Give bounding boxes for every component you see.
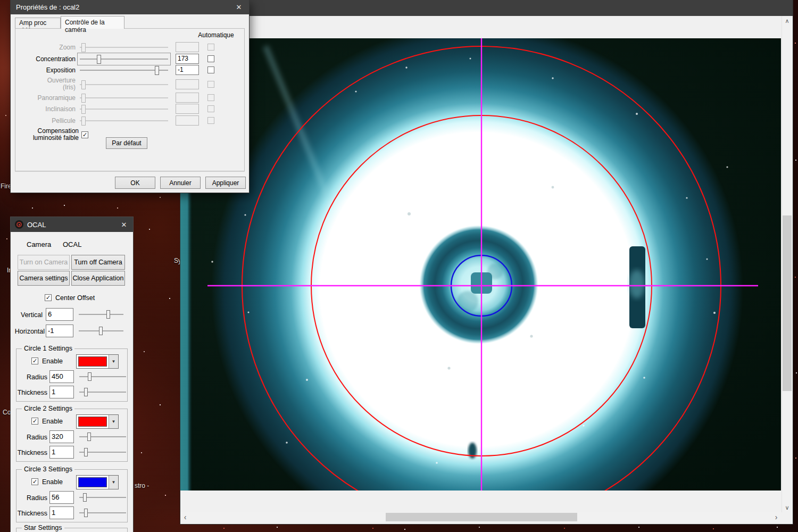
star bbox=[144, 351, 145, 352]
vertical-offset-slider[interactable] bbox=[79, 308, 123, 321]
group-title: Circle 2 Settings bbox=[22, 405, 74, 412]
vertical-scroll-thumb[interactable] bbox=[783, 215, 792, 391]
slider-thumb[interactable] bbox=[81, 43, 86, 52]
scroll-right-icon[interactable]: › bbox=[771, 512, 781, 522]
slider-thumb[interactable] bbox=[83, 493, 87, 502]
exposition-value-field[interactable]: -1 bbox=[176, 65, 199, 75]
inclinaison-slider[interactable] bbox=[80, 104, 168, 114]
slider-thumb[interactable] bbox=[84, 388, 88, 396]
circle-2-radius-slider[interactable] bbox=[79, 430, 126, 443]
circle-1-thickness-slider[interactable] bbox=[79, 386, 126, 398]
circle-2-thickness-field[interactable]: 1 bbox=[49, 446, 74, 459]
circle-3-enable-checkbox[interactable]: ✓ bbox=[31, 478, 38, 485]
scroll-left-icon[interactable]: ‹ bbox=[180, 512, 190, 522]
compensation-checkbox[interactable]: ✓ bbox=[81, 131, 88, 138]
panoramique-auto-checkbox[interactable] bbox=[207, 94, 214, 101]
chevron-down-icon[interactable]: ▼ bbox=[109, 415, 118, 428]
exposition-auto-checkbox[interactable] bbox=[207, 66, 214, 73]
ouverture-value-field[interactable] bbox=[176, 79, 199, 89]
prop-label: Zoom bbox=[11, 44, 76, 51]
color-swatch bbox=[78, 356, 107, 367]
zoom-value-field[interactable] bbox=[176, 42, 199, 52]
desktop-label: stro - bbox=[135, 482, 149, 489]
checkmark-icon: ✓ bbox=[32, 478, 37, 485]
zoom-slider[interactable] bbox=[80, 42, 168, 53]
circle-2-radius-field[interactable]: 320 bbox=[49, 430, 74, 443]
horizontal-scroll-thumb[interactable] bbox=[386, 513, 577, 521]
slider-thumb[interactable] bbox=[106, 310, 110, 319]
inclinaison-auto-checkbox[interactable] bbox=[207, 105, 214, 112]
circle-2-thickness-slider[interactable] bbox=[79, 446, 126, 459]
slider-thumb[interactable] bbox=[84, 509, 88, 517]
group-title: Circle 3 Settings bbox=[22, 466, 74, 473]
circle-3-thickness-slider[interactable] bbox=[79, 506, 126, 519]
tab-amp-proc-video[interactable]: Amp proc vidéo bbox=[15, 18, 61, 29]
dialog-separator bbox=[15, 171, 245, 172]
menu-ocal[interactable]: OCAL bbox=[63, 240, 81, 248]
circle-1-enable-checkbox[interactable]: ✓ bbox=[31, 358, 38, 364]
circle-1-thickness-field[interactable]: 1 bbox=[49, 386, 74, 398]
circle-2-color-dropdown[interactable]: ▼ bbox=[76, 414, 119, 429]
exposition-slider[interactable] bbox=[80, 65, 168, 76]
circle-1-radius-field[interactable]: 450 bbox=[49, 370, 74, 383]
star bbox=[479, 527, 480, 528]
slider-thumb[interactable] bbox=[81, 80, 86, 89]
ok-button[interactable]: OK bbox=[115, 177, 155, 189]
default-button[interactable]: Par défaut bbox=[106, 137, 147, 149]
star bbox=[795, 277, 796, 278]
slider-thumb[interactable] bbox=[97, 55, 101, 64]
slider-thumb[interactable] bbox=[81, 105, 86, 114]
inclinaison-value-field[interactable] bbox=[176, 104, 199, 114]
horizontal-scrollbar[interactable]: ‹ › bbox=[180, 512, 781, 522]
apply-button[interactable]: Appliquer bbox=[205, 177, 246, 189]
slider-thumb[interactable] bbox=[155, 66, 159, 75]
slider-thumb[interactable] bbox=[99, 327, 103, 335]
ouverture-auto-checkbox[interactable] bbox=[207, 81, 214, 88]
circle-3-radius-slider[interactable] bbox=[79, 491, 126, 504]
turn-off-camera-button[interactable]: Turn off Camera bbox=[71, 255, 125, 270]
slider-thumb[interactable] bbox=[87, 433, 91, 441]
chevron-down-icon[interactable]: ▼ bbox=[109, 355, 118, 368]
radius-label: Radius bbox=[19, 373, 47, 381]
slider-thumb[interactable] bbox=[84, 448, 88, 456]
turn-on-camera-button[interactable]: Turn on Camera bbox=[18, 255, 70, 270]
scroll-down-icon[interactable]: ∨ bbox=[782, 503, 792, 512]
pellicule-value-field[interactable] bbox=[176, 115, 199, 126]
concentration-slider[interactable] bbox=[80, 54, 168, 64]
circle-3-radius-field[interactable]: 56 bbox=[49, 491, 74, 504]
vertical-offset-field[interactable]: 6 bbox=[46, 308, 73, 321]
circle-2-enable-checkbox[interactable]: ✓ bbox=[31, 418, 38, 425]
ouverture-slider[interactable] bbox=[80, 79, 168, 90]
panoramique-value-field[interactable] bbox=[176, 93, 199, 103]
circle-1-color-dropdown[interactable]: ▼ bbox=[76, 354, 119, 369]
slider-thumb[interactable] bbox=[81, 94, 86, 103]
circle-3-color-dropdown[interactable]: ▼ bbox=[76, 475, 119, 489]
panoramique-slider[interactable] bbox=[80, 93, 168, 103]
pellicule-slider[interactable] bbox=[80, 115, 168, 126]
close-icon[interactable]: ✕ bbox=[116, 217, 132, 232]
horizontal-offset-field[interactable]: -1 bbox=[46, 325, 73, 337]
chevron-down-icon[interactable]: ▼ bbox=[109, 476, 118, 489]
tab-controle-camera[interactable]: Contrôle de la caméra bbox=[61, 16, 124, 29]
star bbox=[117, 207, 118, 209]
pellicule-auto-checkbox[interactable] bbox=[207, 117, 214, 124]
prop-row-inclinaison: Inclinaison bbox=[11, 103, 249, 115]
circle-3-thickness-field[interactable]: 1 bbox=[49, 506, 74, 519]
star bbox=[796, 372, 797, 373]
concentration-value-field[interactable]: 173 bbox=[176, 54, 199, 64]
menu-camera[interactable]: Camera bbox=[27, 240, 51, 248]
zoom-auto-checkbox[interactable] bbox=[207, 44, 214, 51]
slider-thumb[interactable] bbox=[81, 117, 86, 126]
cancel-button[interactable]: Annuler bbox=[160, 177, 201, 189]
radius-label: Radius bbox=[19, 494, 47, 502]
vertical-scrollbar[interactable]: ∧ ∨ bbox=[782, 16, 792, 512]
horizontal-offset-slider[interactable] bbox=[79, 325, 123, 337]
concentration-auto-checkbox[interactable] bbox=[207, 55, 214, 62]
center-offset-checkbox[interactable]: ✓ bbox=[45, 294, 52, 301]
camera-settings-button[interactable]: Camera settings bbox=[18, 271, 70, 286]
circle-1-radius-slider[interactable] bbox=[79, 370, 126, 383]
slider-thumb[interactable] bbox=[88, 372, 92, 381]
scroll-up-icon[interactable]: ∧ bbox=[782, 16, 792, 26]
close-application-button[interactable]: Close Application bbox=[71, 271, 125, 286]
close-icon[interactable]: ✕ bbox=[231, 0, 247, 14]
